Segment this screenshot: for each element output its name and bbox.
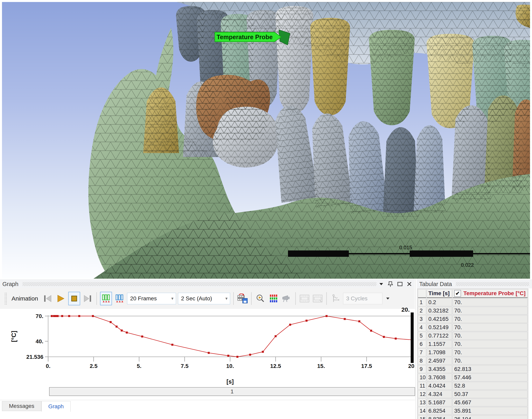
time-value[interactable]: 3.7608 <box>426 373 452 381</box>
scale-label-lower: 0.022 <box>461 262 474 268</box>
tab-graph[interactable]: Graph <box>41 401 71 412</box>
temperature-value[interactable]: 57.446 <box>452 373 528 381</box>
screen-capture-button[interactable] <box>281 292 292 305</box>
result-legend-button[interactable] <box>268 292 279 305</box>
tab-messages[interactable]: Messages <box>2 401 41 411</box>
play-icon <box>56 294 65 303</box>
mesh-scene: 0.015 0.022 Temperature Probe <box>2 2 530 279</box>
temperature-value[interactable]: 70. <box>452 307 528 315</box>
data-point-marker <box>227 355 229 357</box>
skip-to-end-button[interactable] <box>82 292 93 305</box>
time-value[interactable]: 1.1557 <box>426 340 452 348</box>
temperature-value[interactable]: 50.37 <box>452 390 528 398</box>
row-number[interactable]: 12 <box>418 390 426 398</box>
y-tick-label: 21.536 <box>26 354 43 360</box>
row-number[interactable]: 13 <box>418 399 426 406</box>
frames-select[interactable]: 20 Frames ▾ <box>127 293 176 304</box>
column-checkbox[interactable]: ✔ <box>454 290 461 297</box>
data-point-marker <box>78 315 80 317</box>
stop-icon <box>70 294 79 303</box>
tabular-data-table: Time [s] ✔ Temperature Probe [°C] 10.270… <box>417 288 528 419</box>
row-number[interactable]: 6 <box>418 340 426 348</box>
result-sets-button[interactable] <box>100 292 112 305</box>
y-tick-label: 40. <box>36 338 43 344</box>
column-header-temperature[interactable]: ✔ Temperature Probe [°C] <box>452 289 528 298</box>
time-value[interactable]: 6.8254 <box>426 407 452 415</box>
time-value[interactable]: 0.2 <box>426 298 452 306</box>
stop-button[interactable] <box>68 292 80 305</box>
row-number[interactable]: 7 <box>418 348 426 356</box>
time-value[interactable]: 4.0424 <box>426 382 452 390</box>
toolbar-separator <box>326 292 327 305</box>
time-value[interactable]: 5.1687 <box>426 399 452 406</box>
maximize-icon[interactable] <box>397 282 402 287</box>
skip-to-start-button[interactable] <box>42 292 53 305</box>
time-steps-button[interactable] <box>114 292 125 305</box>
row-number[interactable]: 10 <box>418 373 426 381</box>
cycles-probe-button[interactable] <box>330 292 341 305</box>
row-number[interactable]: 1 <box>418 298 426 306</box>
zoom-to-fit-button[interactable] <box>255 292 266 305</box>
temperature-value[interactable]: 26.194 <box>452 415 528 419</box>
temperature-chart[interactable]: 70.40.21.5360.2.55.7.510.12.515.17.520.[… <box>0 304 415 386</box>
timeline-slider-value: 1 <box>230 389 233 395</box>
panel-splitter[interactable] <box>415 279 416 419</box>
row-number[interactable]: 3 <box>418 315 426 323</box>
temperature-value[interactable]: 62.813 <box>452 365 528 373</box>
panel-header-texture <box>23 282 376 286</box>
3d-viewport[interactable]: 0.015 0.022 Temperature Probe <box>2 2 530 279</box>
temperature-value[interactable]: 70. <box>452 298 528 306</box>
time-value[interactable]: 1.7098 <box>426 348 452 356</box>
row-number[interactable]: 14 <box>418 407 426 415</box>
time-value[interactable]: 4.324 <box>426 390 452 398</box>
pin-icon[interactable] <box>388 281 393 287</box>
data-point-marker <box>208 352 210 354</box>
time-value[interactable]: 0.77122 <box>426 332 452 340</box>
duration-select[interactable]: 2 Sec (Auto) ▾ <box>178 293 230 304</box>
temperature-value[interactable]: 35.891 <box>452 407 528 415</box>
time-value[interactable]: 8.8254 <box>426 415 452 419</box>
time-value[interactable]: 0.32182 <box>426 307 452 315</box>
current-time-bar[interactable] <box>411 313 414 363</box>
temperature-value[interactable]: 70. <box>452 348 528 356</box>
y-axis-label: [°C] <box>10 331 17 342</box>
row-number[interactable]: 8 <box>418 357 426 365</box>
temperature-value[interactable]: 70. <box>452 315 528 323</box>
row-number[interactable]: 2 <box>418 307 426 315</box>
x-tick-label: 15. <box>317 363 325 369</box>
export-video-button[interactable] <box>237 292 248 305</box>
data-point-marker <box>55 315 57 317</box>
row-number[interactable]: 4 <box>418 323 426 331</box>
row-number[interactable]: 11 <box>418 382 426 390</box>
time-value[interactable]: 0.42165 <box>426 315 452 323</box>
temperature-value[interactable]: 70. <box>452 340 528 348</box>
cycles-select[interactable]: 3 Cycles <box>343 293 383 304</box>
play-button[interactable] <box>55 292 66 305</box>
toolbar-grip-icon[interactable] <box>4 292 7 305</box>
time-value[interactable]: 2.4597 <box>426 357 452 365</box>
row-number[interactable]: 15 <box>418 415 426 419</box>
temperature-value[interactable]: 45.667 <box>452 399 528 406</box>
data-point-marker <box>172 344 173 346</box>
data-point-marker <box>237 356 239 358</box>
data-point-marker <box>61 315 63 317</box>
timeline-slider[interactable]: 1 <box>49 387 415 396</box>
temperature-value[interactable]: 52.8 <box>452 382 528 390</box>
column-header-time[interactable]: Time [s] <box>426 289 452 298</box>
time-value[interactable]: 3.4355 <box>426 365 452 373</box>
x-tick-label: 12.5 <box>270 363 281 369</box>
cycles-dropdown-button[interactable] <box>385 292 391 305</box>
film-export-alt-button[interactable] <box>312 292 323 305</box>
temperature-value[interactable]: 70. <box>452 357 528 365</box>
current-time-label: 20. <box>401 306 410 313</box>
toolbar-separator <box>96 292 97 305</box>
temperature-value[interactable]: 70. <box>452 332 528 340</box>
close-icon[interactable] <box>407 282 412 287</box>
row-number[interactable]: 9 <box>418 365 426 373</box>
row-number[interactable]: 5 <box>418 332 426 340</box>
film-export-button[interactable] <box>299 292 310 305</box>
camera-icon <box>282 294 291 303</box>
temperature-value[interactable]: 70. <box>452 323 528 331</box>
time-value[interactable]: 0.52149 <box>426 323 452 331</box>
chevron-down-icon[interactable] <box>379 282 384 286</box>
